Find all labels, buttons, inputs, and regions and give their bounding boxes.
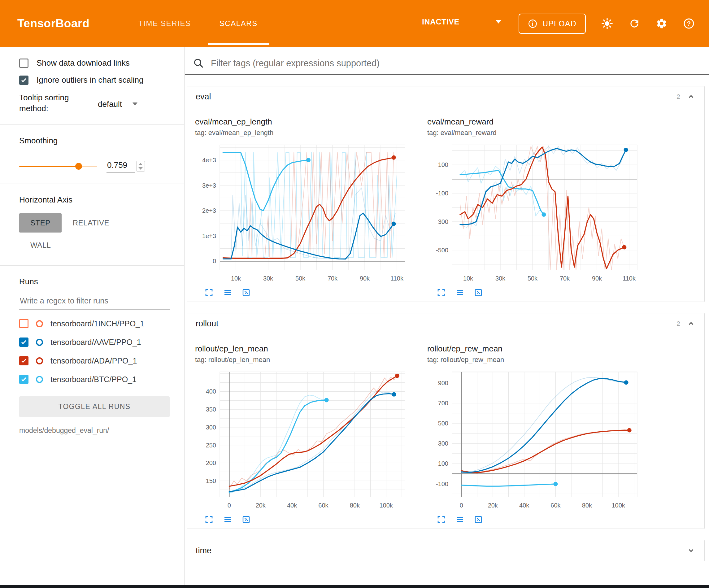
smoothing-slider[interactable] xyxy=(19,165,97,167)
chart-toolbar xyxy=(195,288,414,297)
tooltip-sorting-row: Tooltip sorting method: default xyxy=(19,92,176,114)
axis-wall-button[interactable]: WALL xyxy=(19,236,62,255)
data-status-dropdown[interactable]: INACTIVE xyxy=(421,16,503,31)
settings-icon[interactable] xyxy=(656,18,667,29)
expand-icon[interactable] xyxy=(437,515,446,524)
card-time-header[interactable]: time xyxy=(187,540,704,561)
run-row-1inch[interactable]: tensorboard/1INCH/PPO_1 xyxy=(19,319,176,328)
svg-text:3e+3: 3e+3 xyxy=(202,182,216,189)
svg-text:80k: 80k xyxy=(350,502,360,509)
help-icon[interactable]: ? xyxy=(683,18,695,29)
expand-icon[interactable] xyxy=(204,288,214,297)
fit-domain-icon[interactable] xyxy=(241,515,251,524)
ignore-outliers-row[interactable]: Ignore outliers in chart scaling xyxy=(19,75,176,85)
run-color-radio[interactable] xyxy=(36,376,43,383)
chart-title: eval/mean_reward xyxy=(427,117,646,127)
dashboard-main: eval 2 eval/mean_ep_length tag: eval/mea… xyxy=(185,47,709,585)
run-label: tensorboard/ADA/PPO_1 xyxy=(50,356,137,365)
smoothing-slider-fill xyxy=(19,165,79,167)
refresh-icon[interactable] xyxy=(629,18,640,29)
expand-icon[interactable] xyxy=(437,288,446,297)
tab-time-series[interactable]: TIME SERIES xyxy=(124,0,205,47)
smoothing-value-input[interactable] xyxy=(106,159,135,173)
svg-text:100k: 100k xyxy=(611,502,625,509)
runs-list-icon[interactable] xyxy=(223,515,232,524)
runs-filter-input[interactable] xyxy=(19,293,170,310)
horizontal-axis-section: Horizontal Axis STEP RELATIVE WALL xyxy=(0,184,184,265)
chevron-up-icon[interactable] xyxy=(686,319,696,328)
chevron-up-icon[interactable] xyxy=(686,92,696,101)
upload-button[interactable]: UPLOAD xyxy=(519,14,586,34)
runs-list-icon[interactable] xyxy=(455,288,465,297)
run-label: tensorboard/AAVE/PPO_1 xyxy=(50,338,141,347)
svg-text:150: 150 xyxy=(206,478,216,484)
runs-list-icon[interactable] xyxy=(223,288,232,297)
general-settings-section: Show data download links Ignore outliers… xyxy=(0,47,184,125)
chart-eval-mean-ep-length: eval/mean_ep_length tag: eval/mean_ep_le… xyxy=(195,117,414,297)
tab-scalars[interactable]: SCALARS xyxy=(205,0,272,47)
svg-text:0: 0 xyxy=(228,502,231,509)
line-chart-plot[interactable]: 150200250300350400020k40k60k80k100k xyxy=(195,367,409,513)
show-download-links-row[interactable]: Show data download links xyxy=(19,58,176,68)
run-color-radio[interactable] xyxy=(36,320,43,327)
svg-text:80k: 80k xyxy=(582,502,592,509)
axis-relative-button[interactable]: RELATIVE xyxy=(61,213,121,233)
svg-text:90k: 90k xyxy=(592,275,602,282)
run-checkbox[interactable] xyxy=(19,337,28,347)
card-rollout: rollout 2 rollout/ep_len_mean tag: rollo… xyxy=(187,313,705,529)
chart-toolbar xyxy=(427,515,646,524)
chevron-down-icon xyxy=(132,102,137,106)
run-row-aave[interactable]: tensorboard/AAVE/PPO_1 xyxy=(19,337,176,347)
fit-domain-icon[interactable] xyxy=(474,515,483,524)
show-download-links-label: Show data download links xyxy=(36,58,130,68)
run-checkbox[interactable] xyxy=(19,375,28,384)
stepper-down-icon[interactable] xyxy=(138,167,143,170)
run-row-ada[interactable]: tensorboard/ADA/PPO_1 xyxy=(19,356,176,365)
ignore-outliers-checkbox[interactable] xyxy=(19,76,28,85)
toggle-all-runs-button[interactable]: TOGGLE ALL RUNS xyxy=(19,397,170,417)
card-rollout-header[interactable]: rollout 2 xyxy=(187,313,704,334)
card-chart-count: 2 xyxy=(677,93,680,100)
tooltip-sorting-label: Tooltip sorting method: xyxy=(19,92,84,114)
chart-tag: tag: eval/mean_reward xyxy=(427,129,646,137)
run-checkbox[interactable] xyxy=(19,356,28,365)
line-chart-plot[interactable]: -100100300500700900020k40k60k80k100k xyxy=(427,367,641,513)
runs-list-icon[interactable] xyxy=(455,515,465,524)
run-color-radio[interactable] xyxy=(36,357,43,364)
card-eval-body: eval/mean_ep_length tag: eval/mean_ep_le… xyxy=(187,107,704,302)
axis-step-button[interactable]: STEP xyxy=(19,213,61,233)
run-label: tensorboard/BTC/PPO_1 xyxy=(50,375,136,384)
run-checkbox[interactable] xyxy=(19,319,28,328)
fit-domain-icon[interactable] xyxy=(474,288,483,297)
tooltip-sorting-select[interactable]: default xyxy=(98,94,137,114)
tag-filter-input[interactable] xyxy=(211,58,551,69)
stepper-up-icon[interactable] xyxy=(138,163,143,165)
svg-text:1e+3: 1e+3 xyxy=(202,233,216,239)
svg-text:2e+3: 2e+3 xyxy=(202,207,216,214)
settings-sidebar: Show data download links Ignore outliers… xyxy=(0,47,185,585)
run-color-radio[interactable] xyxy=(36,339,43,346)
chevron-down-icon[interactable] xyxy=(686,546,696,555)
svg-text:400: 400 xyxy=(206,388,216,395)
svg-text:70k: 70k xyxy=(560,275,570,282)
run-row-btc[interactable]: tensorboard/BTC/PPO_1 xyxy=(19,375,176,384)
line-chart-plot[interactable]: 01e+32e+33e+34e+310k30k50k70k90k110k xyxy=(195,140,409,286)
card-rollout-body: rollout/ep_len_mean tag: rollout/ep_len_… xyxy=(187,334,704,529)
app-header: TensorBoard TIME SERIES SCALARS INACTIVE… xyxy=(0,0,709,47)
expand-icon[interactable] xyxy=(204,515,214,524)
card-eval: eval 2 eval/mean_ep_length tag: eval/mea… xyxy=(187,86,705,302)
runs-section: Runs tensorboard/1INCH/PPO_1 tensorboard… xyxy=(0,266,184,445)
chart-toolbar xyxy=(427,288,646,297)
card-eval-header[interactable]: eval 2 xyxy=(187,86,704,107)
line-chart-plot[interactable]: 100-100-300-50010k30k50k70k90k110k xyxy=(427,140,641,286)
svg-text:90k: 90k xyxy=(360,275,370,282)
show-download-links-checkbox[interactable] xyxy=(19,58,28,68)
chart-title: rollout/ep_len_mean xyxy=(195,344,414,354)
svg-text:100: 100 xyxy=(438,161,448,168)
brightness-icon[interactable] xyxy=(601,18,613,29)
window-bottom-edge xyxy=(0,585,709,588)
fit-domain-icon[interactable] xyxy=(241,288,251,297)
smoothing-slider-handle[interactable] xyxy=(75,163,82,170)
svg-text:60k: 60k xyxy=(318,502,329,509)
smoothing-stepper[interactable] xyxy=(136,161,145,172)
